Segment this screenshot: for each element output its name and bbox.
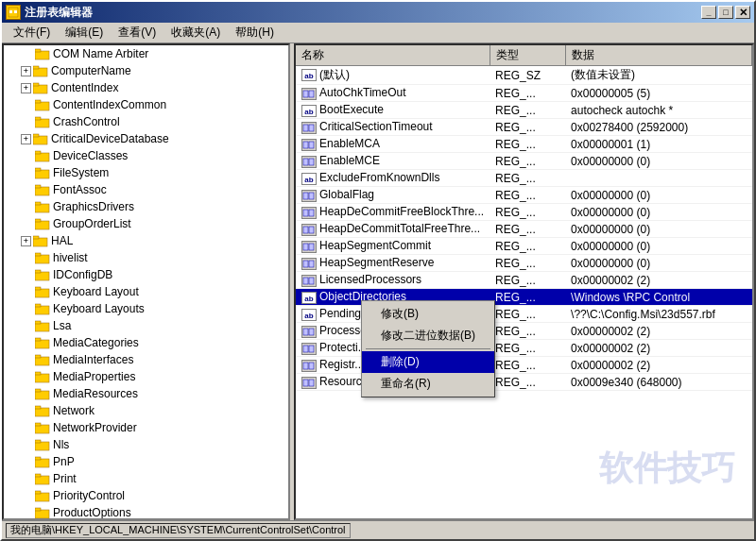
- reg-name: HeapDeCommitFreeBlockThre...: [296, 204, 490, 221]
- tree-item[interactable]: Network: [4, 402, 288, 419]
- folder-icon: [35, 490, 50, 502]
- tree-item[interactable]: Lsa: [4, 317, 288, 334]
- tree-item-label: HAL: [51, 234, 73, 247]
- reg-data: 0x00000001 (1): [565, 136, 751, 153]
- tree-item[interactable]: + CriticalDeviceDatabase: [4, 130, 288, 147]
- reg-bin-icon: [301, 156, 317, 168]
- table-row[interactable]: AutoChkTimeOut REG_... 0x00000005 (5): [296, 85, 752, 102]
- tree-item[interactable]: PnP: [4, 453, 288, 470]
- reg-bin-icon: [301, 326, 317, 338]
- expand-icon[interactable]: +: [21, 236, 31, 246]
- folder-icon: [35, 48, 50, 60]
- reg-bin-icon: [301, 275, 317, 287]
- maximize-button[interactable]: □: [718, 6, 733, 19]
- tree-item[interactable]: MediaInterfaces: [4, 351, 288, 368]
- tree-item[interactable]: IDConfigDB: [4, 266, 288, 283]
- statusbar-path: 我的电脑\HKEY_LOCAL_MACHINE\SYSTEM\CurrentCo…: [6, 523, 351, 538]
- col-name[interactable]: 名称: [296, 45, 490, 66]
- svg-rect-27: [35, 255, 49, 263]
- tree-item[interactable]: + ComputerName: [4, 62, 288, 79]
- svg-rect-23: [35, 221, 49, 229]
- folder-icon: [35, 218, 50, 230]
- table-row[interactable]: HeapSegmentCommit REG_... 0x00000000 (0): [296, 238, 752, 255]
- table-row[interactable]: HeapDeCommitFreeBlockThre... REG_... 0x0…: [296, 204, 752, 221]
- tree-item[interactable]: GraphicsDrivers: [4, 198, 288, 215]
- reg-data: 0x00000002 (2): [565, 323, 751, 340]
- folder-icon: [35, 252, 50, 264]
- reg-bin-icon: [301, 224, 317, 236]
- svg-rect-94: [303, 227, 308, 233]
- tree-item[interactable]: hivelist: [4, 249, 288, 266]
- tree-item[interactable]: COM Name Arbiter: [4, 45, 288, 62]
- col-data[interactable]: 数据: [565, 45, 751, 66]
- expand-icon[interactable]: +: [21, 83, 31, 93]
- table-row[interactable]: abExcludeFromKnownDlls REG_...: [296, 170, 752, 187]
- tree-item[interactable]: FontAssoc: [4, 181, 288, 198]
- svg-rect-88: [303, 193, 308, 199]
- tree-item[interactable]: CrashControl: [4, 113, 288, 130]
- svg-rect-22: [35, 202, 41, 205]
- svg-rect-45: [35, 408, 49, 416]
- folder-icon: [35, 116, 50, 128]
- svg-rect-1: [9, 10, 12, 13]
- tree-item[interactable]: NetworkProvider: [4, 419, 288, 436]
- tree-item[interactable]: + HAL: [4, 232, 288, 249]
- table-row[interactable]: LicensedProcessors REG_... 0x00000002 (2…: [296, 272, 752, 289]
- menu-help[interactable]: 帮助(H): [228, 23, 282, 42]
- reg-name: HeapSegmentReserve: [296, 255, 490, 272]
- svg-rect-41: [35, 374, 49, 382]
- table-row[interactable]: HeapDeCommitTotalFreeThre... REG_... 0x0…: [296, 221, 752, 238]
- ctx-modify-binary[interactable]: 修改二进位数据(B): [362, 325, 494, 347]
- tree-item[interactable]: ProductOptions: [4, 504, 288, 520]
- minimize-button[interactable]: _: [701, 6, 716, 19]
- tree-panel[interactable]: COM Name Arbiter+ ComputerName+ ContentI…: [2, 43, 290, 520]
- tree-item-label: FontAssoc: [53, 183, 107, 196]
- titlebar-buttons: _ □ ✕: [701, 6, 750, 19]
- menu-view[interactable]: 查看(V): [111, 23, 163, 42]
- table-row[interactable]: HeapSegmentReserve REG_... 0x00000000 (0…: [296, 255, 752, 272]
- ctx-modify[interactable]: 修改(B): [362, 303, 494, 325]
- reg-type: REG_...: [490, 187, 565, 204]
- svg-rect-26: [33, 236, 39, 239]
- table-row[interactable]: GlobalFlag REG_... 0x00000000 (0): [296, 187, 752, 204]
- tree-item[interactable]: Keyboard Layout: [4, 283, 288, 300]
- svg-rect-10: [35, 100, 41, 103]
- tree-item-label: PriorityControl: [53, 489, 125, 502]
- reg-data: 0x00000002 (2): [565, 357, 751, 374]
- table-row[interactable]: ab(默认) REG_SZ (数值未设置): [296, 66, 752, 85]
- tree-item[interactable]: + ContentIndex: [4, 79, 288, 96]
- tree-item[interactable]: PriorityControl: [4, 487, 288, 504]
- tree-item[interactable]: MediaCategories: [4, 334, 288, 351]
- table-row[interactable]: abBootExecute REG_... autocheck autochk …: [296, 102, 752, 119]
- tree-item[interactable]: DeviceClasses: [4, 147, 288, 164]
- table-row[interactable]: EnableMCE REG_... 0x00000000 (0): [296, 153, 752, 170]
- svg-rect-21: [35, 204, 49, 212]
- reg-data: 0x00278400 (2592000): [565, 119, 751, 136]
- menu-edit[interactable]: 编辑(E): [58, 23, 111, 42]
- tree-item[interactable]: Keyboard Layouts: [4, 300, 288, 317]
- table-row[interactable]: EnableMCA REG_... 0x00000001 (1): [296, 136, 752, 153]
- ctx-rename[interactable]: 重命名(R): [362, 373, 494, 395]
- reg-ab-icon: ab: [301, 173, 317, 185]
- tree-item-label: MediaInterfaces: [53, 353, 133, 366]
- registry-panel[interactable]: 名称 类型 数据 ab(默认) REG_SZ (数值未设置) AutoChkTi…: [294, 43, 754, 520]
- tree-item[interactable]: Nls: [4, 436, 288, 453]
- tree-item-label: MediaCategories: [53, 336, 139, 349]
- expand-icon[interactable]: +: [21, 134, 31, 144]
- tree-item[interactable]: GroupOrderList: [4, 215, 288, 232]
- tree-item-label: ProductOptions: [53, 506, 131, 519]
- tree-item[interactable]: MediaProperties: [4, 368, 288, 385]
- table-row[interactable]: CriticalSectionTimeout REG_... 0x0027840…: [296, 119, 752, 136]
- close-button[interactable]: ✕: [735, 6, 750, 19]
- svg-rect-33: [35, 306, 49, 314]
- menu-file[interactable]: 文件(F): [6, 23, 58, 42]
- col-type[interactable]: 类型: [490, 45, 565, 66]
- tree-item[interactable]: Print: [4, 470, 288, 487]
- tree-item[interactable]: FileSystem: [4, 164, 288, 181]
- ctx-delete[interactable]: 删除(D): [362, 351, 494, 373]
- menu-favorites[interactable]: 收藏夹(A): [163, 23, 228, 42]
- expand-icon[interactable]: +: [21, 66, 31, 76]
- tree-item[interactable]: MediaResources: [4, 385, 288, 402]
- svg-rect-107: [309, 329, 314, 335]
- tree-item[interactable]: ContentIndexCommon: [4, 96, 288, 113]
